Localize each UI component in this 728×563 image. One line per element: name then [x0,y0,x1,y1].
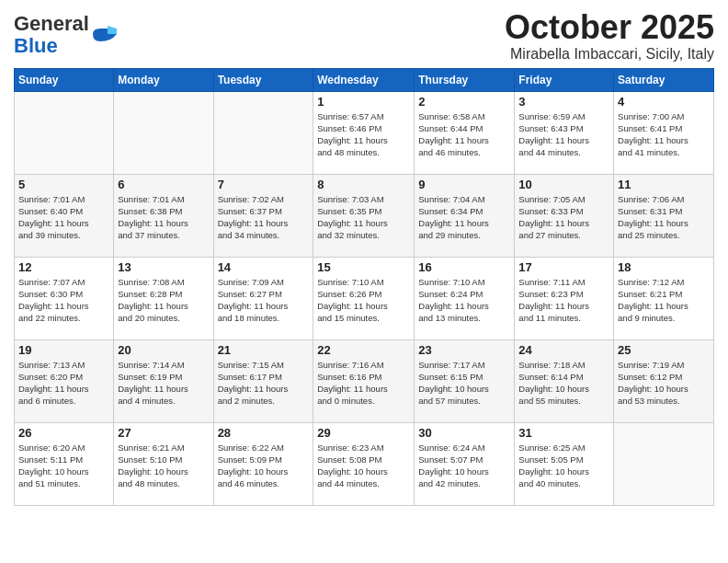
day-number: 16 [418,260,510,274]
day-number: 3 [518,95,609,109]
day-number: 22 [317,343,410,357]
table-row: 18Sunrise: 7:12 AMSunset: 6:21 PMDayligh… [614,257,714,339]
col-sunday: Sunday [15,68,114,91]
table-row: 28Sunrise: 6:22 AMSunset: 5:09 PMDayligh… [213,422,313,505]
day-number: 5 [18,178,109,191]
day-info: Sunrise: 7:00 AMSunset: 6:41 PMDaylight:… [618,110,710,159]
day-number: 17 [518,260,609,274]
day-number: 19 [18,343,109,357]
table-row: 26Sunrise: 6:20 AMSunset: 5:11 PMDayligh… [15,422,114,505]
logo-blue-text: Blue [14,34,58,57]
calendar-week-row: 12Sunrise: 7:07 AMSunset: 6:30 PMDayligh… [15,257,714,339]
day-number: 14 [218,260,310,274]
table-row: 15Sunrise: 7:10 AMSunset: 6:26 PMDayligh… [313,257,415,339]
col-thursday: Thursday [415,68,515,91]
day-number: 2 [418,95,510,109]
calendar-week-row: 1Sunrise: 6:57 AMSunset: 6:46 PMDaylight… [15,91,714,174]
table-row: 31Sunrise: 6:25 AMSunset: 5:05 PMDayligh… [515,422,614,505]
day-info: Sunrise: 7:18 AMSunset: 6:14 PMDaylight:… [518,359,609,408]
day-info: Sunrise: 6:20 AMSunset: 5:11 PMDaylight:… [18,442,109,490]
day-number: 11 [618,178,710,191]
page-container: General Blue October 2025 Mirabella Imba… [0,0,728,511]
day-number: 18 [618,260,710,274]
day-info: Sunrise: 7:01 AMSunset: 6:38 PMDaylight:… [118,193,209,242]
day-number: 6 [118,178,209,191]
day-number: 8 [317,178,410,191]
day-info: Sunrise: 6:24 AMSunset: 5:07 PMDaylight:… [418,442,510,490]
table-row: 9Sunrise: 7:04 AMSunset: 6:34 PMDaylight… [415,174,515,257]
month-title: October 2025 [505,9,714,46]
table-row: 27Sunrise: 6:21 AMSunset: 5:10 PMDayligh… [114,422,213,505]
table-row: 29Sunrise: 6:23 AMSunset: 5:08 PMDayligh… [313,422,415,505]
day-info: Sunrise: 6:25 AMSunset: 5:05 PMDaylight:… [518,442,609,490]
day-number: 28 [218,426,310,440]
col-saturday: Saturday [614,68,714,91]
table-row: 4Sunrise: 7:00 AMSunset: 6:41 PMDaylight… [614,91,714,174]
day-info: Sunrise: 7:03 AMSunset: 6:35 PMDaylight:… [317,193,410,242]
day-info: Sunrise: 7:07 AMSunset: 6:30 PMDaylight:… [18,276,109,325]
table-row: 1Sunrise: 6:57 AMSunset: 6:46 PMDaylight… [313,91,415,174]
table-row: 17Sunrise: 7:11 AMSunset: 6:23 PMDayligh… [515,257,614,339]
table-row: 5Sunrise: 7:01 AMSunset: 6:40 PMDaylight… [15,174,114,257]
table-row [15,91,114,174]
table-row: 16Sunrise: 7:10 AMSunset: 6:24 PMDayligh… [415,257,515,339]
logo-general-text: General [14,12,89,35]
day-info: Sunrise: 7:10 AMSunset: 6:26 PMDaylight:… [317,276,410,325]
day-info: Sunrise: 7:15 AMSunset: 6:17 PMDaylight:… [218,359,310,408]
day-info: Sunrise: 7:01 AMSunset: 6:40 PMDaylight:… [18,193,109,242]
day-number: 7 [218,178,310,191]
table-row: 20Sunrise: 7:14 AMSunset: 6:19 PMDayligh… [114,339,213,422]
table-row: 13Sunrise: 7:08 AMSunset: 6:28 PMDayligh… [114,257,213,339]
day-info: Sunrise: 7:09 AMSunset: 6:27 PMDaylight:… [218,276,310,325]
logo-icon [91,21,119,49]
day-number: 9 [418,178,510,191]
day-number: 12 [18,260,109,274]
table-row: 21Sunrise: 7:15 AMSunset: 6:17 PMDayligh… [213,339,313,422]
day-info: Sunrise: 7:08 AMSunset: 6:28 PMDaylight:… [118,276,209,325]
table-row: 14Sunrise: 7:09 AMSunset: 6:27 PMDayligh… [213,257,313,339]
header: General Blue October 2025 Mirabella Imba… [14,9,714,63]
day-info: Sunrise: 7:05 AMSunset: 6:33 PMDaylight:… [518,193,609,242]
day-number: 30 [418,426,510,440]
day-info: Sunrise: 7:02 AMSunset: 6:37 PMDaylight:… [218,193,310,242]
table-row [114,91,213,174]
day-number: 29 [317,426,410,440]
table-row: 10Sunrise: 7:05 AMSunset: 6:33 PMDayligh… [515,174,614,257]
table-row: 12Sunrise: 7:07 AMSunset: 6:30 PMDayligh… [15,257,114,339]
col-monday: Monday [114,68,213,91]
table-row: 8Sunrise: 7:03 AMSunset: 6:35 PMDaylight… [313,174,415,257]
day-number: 20 [118,343,209,357]
table-row: 11Sunrise: 7:06 AMSunset: 6:31 PMDayligh… [614,174,714,257]
table-row [614,422,714,505]
day-info: Sunrise: 6:23 AMSunset: 5:08 PMDaylight:… [317,442,410,490]
day-info: Sunrise: 7:17 AMSunset: 6:15 PMDaylight:… [418,359,510,408]
table-row [213,91,313,174]
day-info: Sunrise: 7:16 AMSunset: 6:16 PMDaylight:… [317,359,410,408]
table-row: 24Sunrise: 7:18 AMSunset: 6:14 PMDayligh… [515,339,614,422]
day-number: 23 [418,343,510,357]
col-wednesday: Wednesday [313,68,415,91]
table-row: 7Sunrise: 7:02 AMSunset: 6:37 PMDaylight… [213,174,313,257]
day-number: 21 [218,343,310,357]
day-info: Sunrise: 6:57 AMSunset: 6:46 PMDaylight:… [317,110,410,159]
table-row: 19Sunrise: 7:13 AMSunset: 6:20 PMDayligh… [15,339,114,422]
title-block: October 2025 Mirabella Imbaccari, Sicily… [505,9,714,63]
day-number: 4 [618,95,710,109]
table-row: 6Sunrise: 7:01 AMSunset: 6:38 PMDaylight… [114,174,213,257]
day-info: Sunrise: 6:22 AMSunset: 5:09 PMDaylight:… [218,442,310,490]
day-info: Sunrise: 7:12 AMSunset: 6:21 PMDaylight:… [618,276,710,325]
day-info: Sunrise: 6:21 AMSunset: 5:10 PMDaylight:… [118,442,209,490]
day-info: Sunrise: 7:14 AMSunset: 6:19 PMDaylight:… [118,359,209,408]
table-row: 30Sunrise: 6:24 AMSunset: 5:07 PMDayligh… [415,422,515,505]
day-info: Sunrise: 6:58 AMSunset: 6:44 PMDaylight:… [418,110,510,159]
table-row: 3Sunrise: 6:59 AMSunset: 6:43 PMDaylight… [515,91,614,174]
day-info: Sunrise: 7:10 AMSunset: 6:24 PMDaylight:… [418,276,510,325]
location: Mirabella Imbaccari, Sicily, Italy [505,46,714,63]
table-row: 25Sunrise: 7:19 AMSunset: 6:12 PMDayligh… [614,339,714,422]
logo: General Blue [14,13,119,57]
calendar-week-row: 19Sunrise: 7:13 AMSunset: 6:20 PMDayligh… [15,339,714,422]
table-row: 2Sunrise: 6:58 AMSunset: 6:44 PMDaylight… [415,91,515,174]
day-number: 10 [518,178,609,191]
day-number: 27 [118,426,209,440]
col-friday: Friday [515,68,614,91]
